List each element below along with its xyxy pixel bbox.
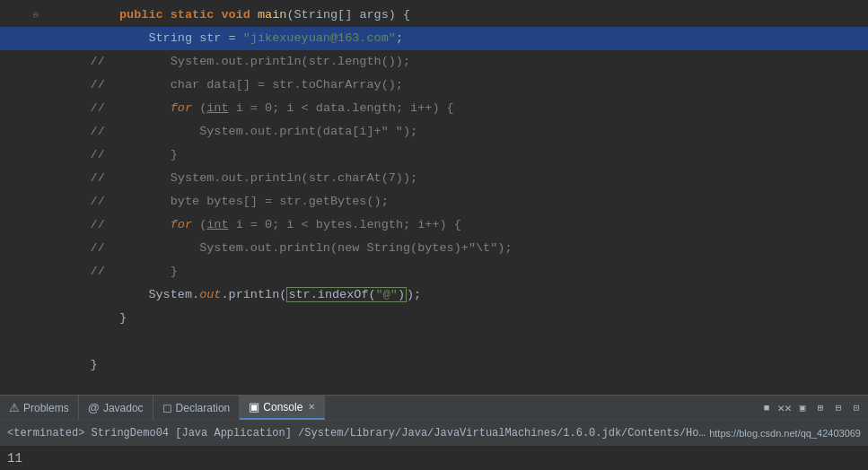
stop-button[interactable]: ■ <box>758 400 775 416</box>
console-icon: ▣ <box>249 400 259 413</box>
tab-declaration-label: Declaration <box>176 402 231 414</box>
code-line: } <box>0 353 868 377</box>
console-terminated-text: <terminated> StringDemo04 [Java Applicat… <box>7 425 709 440</box>
tab-declaration[interactable]: ◻ Declaration <box>153 396 241 420</box>
code-editor[interactable]: ⊖ public static void main(String[] args)… <box>0 0 868 395</box>
tab-problems[interactable]: ⚠ Problems <box>0 396 79 420</box>
clear-button[interactable]: ▣ <box>794 400 811 416</box>
tab-problems-label: Problems <box>23 402 69 414</box>
tab-console-label: Console <box>263 401 302 413</box>
tab-javadoc-label: Javadoc <box>103 402 144 414</box>
output-line: 11 <box>0 445 868 470</box>
scroll-lock-button[interactable]: ⊞ <box>812 400 829 416</box>
tab-javadoc[interactable]: @ Javadoc <box>79 396 153 420</box>
tab-bar: ⚠ Problems @ Javadoc ◻ Declaration ▣ Con… <box>0 395 868 420</box>
declaration-icon: ◻ <box>162 401 172 414</box>
tab-console[interactable]: ▣ Console ✕ <box>240 396 325 420</box>
console-bar: <terminated> StringDemo04 [Java Applicat… <box>0 420 868 445</box>
javadoc-icon: @ <box>88 401 100 414</box>
terminate-button[interactable]: ✕✕ <box>776 400 793 416</box>
console-close-icon: ✕ <box>308 402 315 412</box>
code-content: } <box>43 330 868 395</box>
problems-icon: ⚠ <box>9 401 20 414</box>
console-output-number: 11 <box>7 451 22 466</box>
status-url: https://blog.csdn.net/qq_42403069 <box>709 428 861 439</box>
view-menu-button[interactable]: ⊡ <box>848 400 864 416</box>
pin-button[interactable]: ⊟ <box>830 400 846 416</box>
tab-actions: ■ ✕✕ ▣ ⊞ ⊟ ⊡ <box>755 396 868 420</box>
collapse-icon[interactable]: ⊖ <box>29 4 43 27</box>
